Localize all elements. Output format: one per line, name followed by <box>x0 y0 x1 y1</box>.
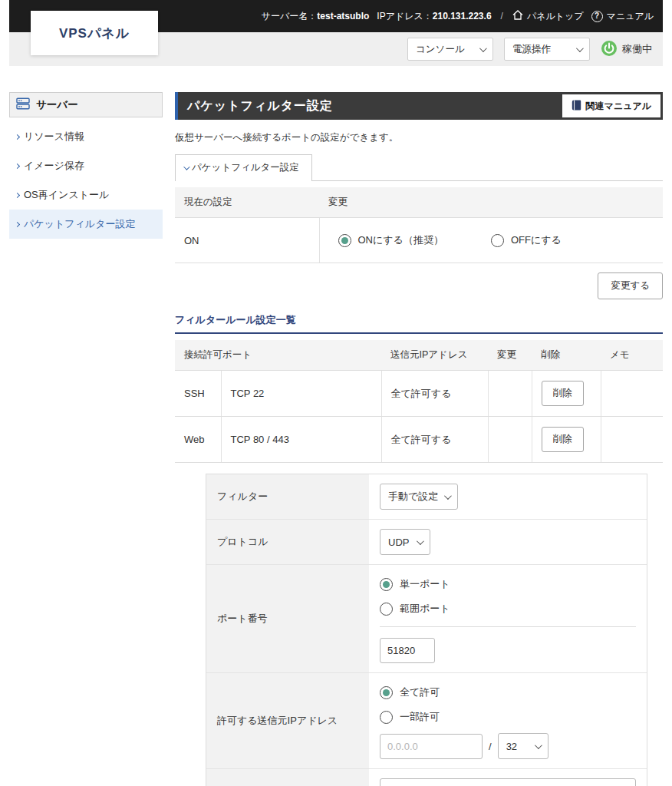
sidebar-item-resource-info[interactable]: リソース情報 <box>9 122 163 151</box>
radio-range-port-circle <box>380 603 393 616</box>
chevron-down-icon <box>535 741 542 749</box>
power-status-icon <box>601 40 618 59</box>
protocol-select[interactable]: UDP <box>380 529 430 555</box>
status-label: 稼働中 <box>622 42 652 56</box>
rule-row-ssh: SSH TCP 22 全て許可する 削除 <box>175 371 663 417</box>
sidebar-header: サーバー <box>9 92 163 117</box>
radio-single-port[interactable]: 単一ポート <box>380 577 636 591</box>
home-icon <box>512 10 523 22</box>
chevron-down-icon <box>444 492 452 500</box>
vps-panel-page: サーバー名：test-atsublo IPアドレス：210.131.223.6 … <box>0 0 672 786</box>
main-content: パケットフィルター設定 関連マニュアル 仮想サーバーへ接続するポートの設定ができ… <box>175 92 663 786</box>
rule-memo <box>601 371 663 417</box>
radio-allow-all[interactable]: 全て許可 <box>380 685 636 699</box>
page-title: パケットフィルター設定 <box>187 98 333 114</box>
add-rule-form: フィルター 手動で設定 プロトコル <box>206 474 647 786</box>
current-setting-table: 現在の設定 変更 ON ONにする（推奨） <box>175 187 663 263</box>
rule-name: Web <box>175 417 221 463</box>
ip-address: IPアドレス：210.131.223.6 <box>377 10 491 23</box>
port-number-input[interactable] <box>380 638 435 663</box>
table-header-row: 現在の設定 変更 <box>175 187 663 218</box>
chevron-down-icon <box>183 163 189 170</box>
radio-allow-partial[interactable]: 一部許可 <box>380 710 636 724</box>
header-memo: メモ <box>601 340 663 371</box>
rule-row-web: Web TCP 80 / 443 全て許可する 削除 <box>175 417 663 463</box>
delete-button[interactable]: 削除 <box>542 427 584 452</box>
related-manual-button[interactable]: 関連マニュアル <box>562 94 660 117</box>
logo-text: VPSパネル <box>59 25 130 42</box>
filter-rules-heading: フィルタールール設定一覧 <box>175 313 663 334</box>
radio-allow-partial-circle <box>380 711 393 724</box>
question-circle-icon <box>591 11 603 22</box>
book-icon <box>572 100 581 113</box>
rule-delete-cell: 削除 <box>532 371 601 417</box>
server-name: サーバー名：test-atsublo <box>262 10 370 23</box>
rule-change-cell <box>488 371 532 417</box>
form-row-protocol: プロトコル UDP <box>206 520 647 565</box>
filter-select[interactable]: 手動で設定 <box>380 484 458 510</box>
radio-off[interactable]: OFFにする <box>491 233 562 247</box>
chevron-down-icon <box>417 537 424 545</box>
radio-single-port-circle <box>380 578 393 591</box>
protocol-label: プロトコル <box>206 520 369 565</box>
header-source-ip: 送信元IPアドレス <box>381 340 488 371</box>
header-delete: 削除 <box>532 340 601 371</box>
change-submit-button[interactable]: 変更する <box>598 272 663 299</box>
radio-on-circle <box>338 234 351 247</box>
rule-delete-cell: 削除 <box>532 417 601 463</box>
setting-change-cell: ONにする（推奨） OFFにする <box>319 218 663 263</box>
memo-input[interactable] <box>380 778 636 786</box>
header-current-setting: 現在の設定 <box>175 187 319 218</box>
radio-allow-all-circle <box>380 686 393 699</box>
memo-label: メモ <box>206 769 369 786</box>
console-select[interactable]: コンソール <box>407 38 493 61</box>
chevron-right-icon <box>15 221 20 226</box>
header-change: 変更 <box>488 340 532 371</box>
sidebar-item-os-reinstall[interactable]: OS再インストール <box>9 180 163 210</box>
radio-off-circle <box>491 234 504 247</box>
form-row-source-ip: 許可する送信元IPアドレス 全て許可 一部許可 <box>206 673 647 769</box>
rule-port: TCP 80 / 443 <box>221 417 381 463</box>
rule-port: TCP 22 <box>221 371 381 417</box>
slash-separator: / <box>489 741 492 752</box>
panel-top-link[interactable]: パネルトップ <box>512 10 584 23</box>
table-header-row: 接続許可ポート 送信元IPアドレス 変更 削除 メモ <box>175 340 663 371</box>
filter-label: フィルター <box>206 474 369 520</box>
radio-range-port[interactable]: 範囲ポート <box>380 602 636 616</box>
separator: / <box>501 11 503 21</box>
manual-link[interactable]: マニュアル <box>591 10 654 23</box>
chevron-right-icon <box>15 134 20 139</box>
power-operation-select[interactable]: 電源操作 <box>504 38 590 61</box>
rule-source-ip: 全て許可する <box>381 417 488 463</box>
add-rule-form-table: フィルター 手動で設定 プロトコル <box>206 474 647 786</box>
rule-name: SSH <box>175 371 221 417</box>
server-status: 稼働中 <box>601 40 652 59</box>
sidebar-item-image-save[interactable]: イメージ保存 <box>9 151 163 180</box>
chevron-down-icon <box>479 45 487 52</box>
server-icon <box>16 97 30 112</box>
current-setting-value: ON <box>175 218 319 263</box>
server-info: サーバー名：test-atsublo IPアドレス：210.131.223.6 … <box>262 10 654 23</box>
form-row-memo: メモ <box>206 769 647 786</box>
divider <box>380 626 636 627</box>
chevron-right-icon <box>15 163 20 168</box>
rule-change-cell <box>488 417 532 463</box>
prefix-select[interactable]: 32 <box>498 733 548 759</box>
source-ip-input[interactable] <box>380 734 483 759</box>
header-allowed-port: 接続許可ポート <box>175 340 381 371</box>
rule-source-ip: 全て許可する <box>381 371 488 417</box>
form-row-filter: フィルター 手動で設定 <box>206 474 647 520</box>
delete-button[interactable]: 削除 <box>542 381 584 406</box>
sidebar-item-packet-filter[interactable]: パケットフィルター設定 <box>9 210 163 239</box>
radio-on[interactable]: ONにする（推奨） <box>338 233 443 247</box>
tab-row: パケットフィルター設定 <box>175 154 663 181</box>
tab-packet-filter-setting[interactable]: パケットフィルター設定 <box>175 154 312 181</box>
header-change: 変更 <box>319 187 663 218</box>
form-row-port: ポート番号 単一ポート 範囲ポート <box>206 565 647 673</box>
chevron-right-icon <box>15 192 20 197</box>
port-label: ポート番号 <box>206 565 369 673</box>
sidebar: サーバー リソース情報 イメージ保存 OS再インストール <box>9 92 163 786</box>
filter-rules-table: 接続許可ポート 送信元IPアドレス 変更 削除 メモ SSH TCP 22 全て… <box>175 340 663 463</box>
logo[interactable]: VPSパネル <box>31 11 158 55</box>
source-ip-label: 許可する送信元IPアドレス <box>206 673 369 769</box>
